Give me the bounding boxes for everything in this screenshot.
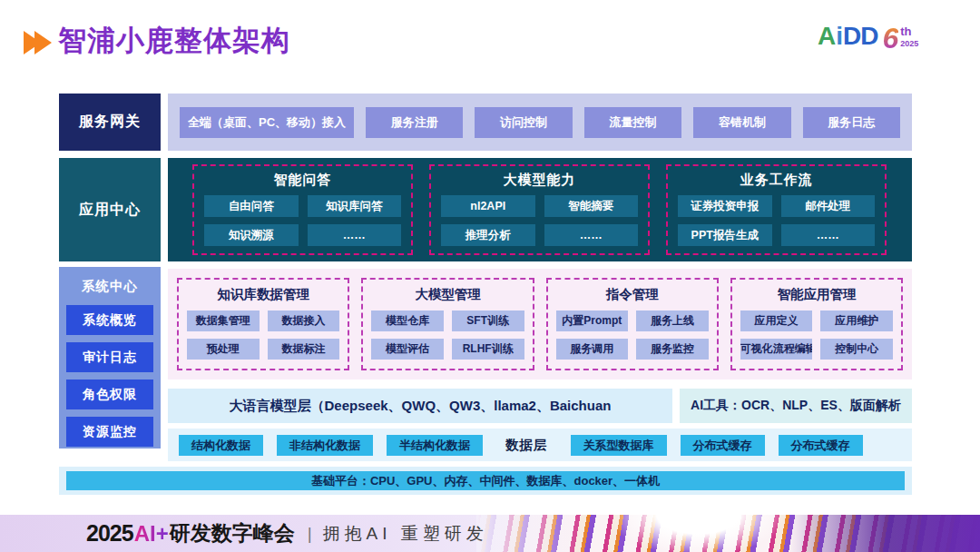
- system-center-sidebar: 系统中心 系统概览 审计日志 角色权限 资源监控: [59, 267, 161, 448]
- data-store: 分布式缓存: [779, 435, 863, 456]
- mgmt-item: 服务监控: [636, 339, 709, 360]
- sidebar-item-audit-log: 审计日志: [66, 342, 153, 372]
- app-capability: ……: [544, 224, 639, 246]
- ai-tools-bar: AI工具：OCR、NLP、ES、版面解析: [680, 389, 912, 423]
- platform-bar: 基础平台：CPU、GPU、内存、中间件、数据库、docker、一体机: [66, 471, 905, 490]
- app-capability: PPT报告生成: [678, 224, 772, 246]
- logo-letter-i: i: [836, 24, 843, 49]
- gateway-item: 流量控制: [584, 107, 681, 138]
- mgmt-group-title: 大模型管理: [371, 286, 524, 303]
- mgmt-item: RLHF训练: [452, 339, 524, 360]
- app-group-title: 大模型能力: [441, 172, 638, 189]
- app-capability: 知识库问答: [308, 195, 402, 217]
- gateway-item: 全端（桌面、PC、移动）接入: [180, 107, 354, 138]
- platform-container: 基础平台：CPU、GPU、内存、中间件、数据库、docker、一体机: [59, 467, 912, 495]
- mgmt-item: SFT训练: [452, 310, 524, 331]
- app-group-llm-ability: 大模型能力 nl2API 智能摘要 推理分析 ……: [429, 164, 650, 255]
- logo-edition-number: 6: [882, 24, 898, 53]
- mgmt-group-instruction: 指令管理 内置Prompt 服务上线 服务调用 服务监控: [546, 278, 719, 370]
- data-store: 分布式缓存: [681, 435, 765, 456]
- footer-text: 2025 AI+ 研发数字峰会 | 拥抱AI 重塑研发: [86, 515, 488, 552]
- mgmt-item: 服务上线: [636, 310, 709, 331]
- app-capability: nl2API: [441, 195, 535, 217]
- app-center-panel: 智能问答 自由问答 知识库问答 知识溯源 …… 大模型能力 nl2API 智能摘…: [168, 158, 912, 261]
- data-layer-label: 数据层: [505, 437, 548, 454]
- data-layer-strip: 结构化数据 非结构化数据 半结构化数据 数据层 关系型数据库 分布式缓存 分布式…: [168, 429, 912, 461]
- mgmt-group-model: 大模型管理 模型仓库 SFT训练 模型评估 RLHF训练: [361, 278, 534, 370]
- footer-decorative-art: [476, 515, 980, 552]
- logo-letter-a: A: [818, 24, 836, 49]
- app-center-label: 应用中心: [59, 158, 161, 261]
- system-center-label: 系统中心: [59, 274, 161, 298]
- logo-letters-dd: DD: [843, 24, 877, 49]
- mgmt-item: 数据标注: [268, 339, 340, 360]
- app-capability: 智能摘要: [544, 195, 639, 217]
- sidebar-item-system-overview: 系统概览: [66, 305, 153, 335]
- mgmt-group-title: 指令管理: [556, 286, 709, 303]
- aidd-logo: A i DD 6 th 2025: [818, 24, 918, 53]
- mgmt-group-smart-app: 智能应用管理 应用定义 应用维护 可视化流程编辑 控制中心: [730, 278, 903, 370]
- mgmt-item: 应用定义: [740, 310, 813, 331]
- app-group-title: 智能问答: [204, 172, 401, 189]
- mgmt-item: 数据集管理: [187, 310, 260, 331]
- logo-year: 2025: [900, 40, 918, 48]
- data-store: 关系型数据库: [571, 435, 667, 456]
- mgmt-item: 可视化流程编辑: [740, 339, 813, 360]
- footer-year: 2025: [86, 520, 133, 547]
- data-source: 半结构化数据: [387, 435, 483, 456]
- app-group-title: 业务工作流: [678, 172, 875, 189]
- page-title: 智浦小鹿整体架构: [58, 22, 290, 60]
- gateway-item: 访问控制: [475, 107, 572, 138]
- app-capability: 自由问答: [204, 195, 299, 217]
- app-capability: 推理分析: [441, 224, 535, 246]
- footer-slogan: 拥抱AI 重塑研发: [323, 522, 488, 546]
- app-group-workflow: 业务工作流 证券投资申报 邮件处理 PPT报告生成 ……: [666, 164, 887, 255]
- mgmt-group-knowledge-data: 知识库数据管理 数据集管理 数据接入 预处理 数据标注: [177, 278, 349, 370]
- footer-brand: AI+: [134, 521, 169, 547]
- gateway-item: 服务日志: [803, 107, 900, 138]
- mgmt-item: 模型仓库: [371, 310, 444, 331]
- mgmt-item: 数据接入: [268, 310, 340, 331]
- gateway-item: 容错机制: [693, 107, 790, 138]
- footer-divider: |: [308, 524, 312, 544]
- mgmt-item: 应用维护: [820, 310, 893, 331]
- gateway-panel: 全端（桌面、PC、移动）接入 服务注册 访问控制 流量控制 容错机制 服务日志: [168, 94, 912, 151]
- title-arrow-icon: [24, 31, 52, 54]
- mgmt-item: 预处理: [187, 339, 260, 360]
- mgmt-item: 服务调用: [556, 339, 629, 360]
- mgmt-item: 控制中心: [820, 339, 893, 360]
- llm-layer-bar: 大语言模型层（Deepseek、QWQ、QW3、llama2、Baichuan: [168, 389, 672, 423]
- footer-event-name: 研发数字峰会: [170, 519, 295, 547]
- gateway-label: 服务网关: [59, 94, 161, 151]
- mgmt-group-title: 知识库数据管理: [187, 286, 339, 303]
- footer-banner: 2025 AI+ 研发数字峰会 | 拥抱AI 重塑研发: [0, 515, 980, 552]
- app-capability: 知识溯源: [204, 224, 299, 246]
- data-source: 结构化数据: [179, 435, 263, 456]
- mgmt-group-title: 智能应用管理: [740, 286, 893, 303]
- management-panel: 知识库数据管理 数据集管理 数据接入 预处理 数据标注 大模型管理 模型仓库 S…: [168, 269, 912, 380]
- app-capability: 邮件处理: [781, 195, 876, 217]
- data-source: 非结构化数据: [277, 435, 373, 456]
- app-capability: ……: [308, 224, 402, 246]
- sidebar-item-resource-monitor: 资源监控: [66, 417, 153, 447]
- app-capability: ……: [781, 224, 876, 246]
- slide: 智浦小鹿整体架构 A i DD 6 th 2025 服务网关 全端（桌面、PC、…: [0, 0, 980, 552]
- app-capability: 证券投资申报: [678, 195, 772, 217]
- logo-edition-suffix: th: [900, 25, 918, 37]
- gateway-item: 服务注册: [366, 107, 463, 138]
- mgmt-item: 模型评估: [371, 339, 444, 360]
- mgmt-item: 内置Prompt: [556, 310, 629, 331]
- app-group-qa: 智能问答 自由问答 知识库问答 知识溯源 ……: [192, 164, 413, 255]
- sidebar-item-role-permission: 角色权限: [66, 380, 153, 409]
